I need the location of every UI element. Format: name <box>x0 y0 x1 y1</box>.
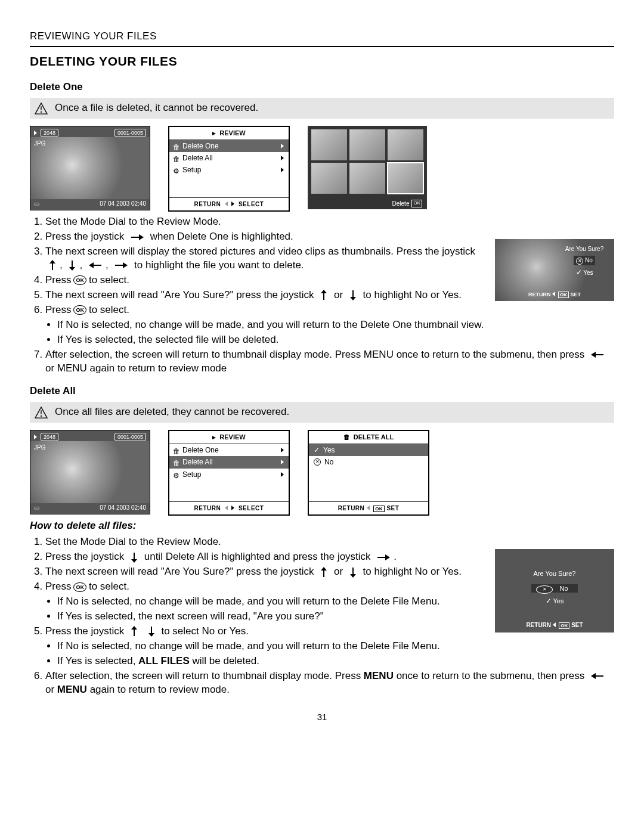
svg-marker-7 <box>69 267 75 271</box>
menu-item-delete-all[interactable]: 🗑Delete All <box>169 152 289 164</box>
arrow-left-icon <box>89 262 102 269</box>
ok-button-icon: OK <box>73 275 86 285</box>
menu-item-setup[interactable]: ⚙Setup <box>169 469 289 480</box>
setup-icon: ⚙ <box>173 471 180 478</box>
svg-marker-3 <box>139 234 144 240</box>
arrow-up-icon <box>131 626 138 637</box>
step: Set the Mode Dial to the Review Mode. <box>45 535 614 549</box>
check-icon: ✓ <box>546 597 552 605</box>
warning-text: Once a file is deleted, it cannot be rec… <box>55 101 258 115</box>
ok-button-icon: OK <box>73 305 86 315</box>
arrow-right-icon <box>377 554 390 561</box>
menu-item-delete-all[interactable]: 🗑Delete All <box>169 456 289 468</box>
svg-marker-15 <box>350 297 356 300</box>
svg-marker-29 <box>131 626 137 630</box>
svg-point-1 <box>41 111 42 113</box>
svg-marker-25 <box>321 567 327 571</box>
svg-marker-5 <box>49 260 55 263</box>
camera-lcd-preview: 2048 0001-0005 JPG ▭07 04 2003 02:40 <box>30 430 150 514</box>
setup-icon: ⚙ <box>173 166 180 173</box>
are-you-sure-screen: Are You Sure? ✕ No ✓ Yes RETURN OK SET <box>495 549 614 633</box>
thumbnail[interactable] <box>349 129 385 160</box>
menu-item-delete-one[interactable]: 🗑Delete One <box>169 444 289 456</box>
thumbnail[interactable] <box>349 163 385 194</box>
menu-item-delete-one[interactable]: 🗑Delete One <box>169 140 289 152</box>
svg-marker-27 <box>350 574 356 578</box>
step: After selection, the screen will return … <box>45 348 614 376</box>
play-icon: ▸ <box>212 129 216 138</box>
x-icon: ✕ <box>536 585 553 594</box>
trash-icon: 🗑 <box>343 433 350 442</box>
arrow-up-icon <box>320 567 327 578</box>
svg-marker-13 <box>321 290 327 293</box>
delete-all-menu: 🗑DELETE ALL ✓Yes ✕No RETURN OK SET <box>308 430 429 516</box>
arrow-left-icon <box>591 351 604 358</box>
arrow-down-icon <box>69 260 76 271</box>
svg-marker-11 <box>123 262 128 268</box>
arrow-down-icon <box>131 552 138 563</box>
camera-lcd-preview: 2048 0001-0005 JPG ▭07 04 2003 02:40 <box>30 126 150 210</box>
thumbnail-grid: DeleteOK <box>308 126 427 209</box>
x-icon: ✕ <box>314 458 321 466</box>
arrow-down-icon <box>349 290 357 300</box>
svg-marker-31 <box>148 633 154 637</box>
confirm-screen: Are You Sure? ✕ No ✓ Yes RETURN OK SET <box>495 239 614 301</box>
play-icon <box>34 435 37 439</box>
svg-point-19 <box>41 416 42 417</box>
arrow-left-icon <box>591 672 604 680</box>
thumbnail[interactable] <box>311 129 347 160</box>
warning-text: Once all files are deleted, they cannot … <box>55 405 289 419</box>
trash-icon: 🗑 <box>173 458 180 466</box>
x-icon: ✕ <box>576 258 583 265</box>
step: PressOKto select. If No is selected, no … <box>45 303 614 347</box>
svg-marker-9 <box>89 262 94 268</box>
arrow-up-icon <box>49 260 56 271</box>
svg-marker-23 <box>385 554 390 560</box>
svg-marker-17 <box>591 352 596 358</box>
thumbnail-selected[interactable] <box>388 163 423 194</box>
delete-all-heading: Delete All <box>30 385 614 398</box>
option-yes[interactable]: ✓Yes <box>309 444 428 456</box>
review-menu: ▸REVIEW 🗑Delete One 🗑Delete All ⚙Setup R… <box>168 430 290 516</box>
arrow-right-icon <box>131 234 144 241</box>
ok-button-icon: OK <box>73 582 86 592</box>
play-icon <box>34 131 37 135</box>
warning-box: Once all files are deleted, they cannot … <box>30 402 614 423</box>
check-icon: ✓ <box>314 445 320 455</box>
check-icon: ✓ <box>576 268 582 277</box>
arrow-right-icon <box>114 262 128 269</box>
delete-one-heading: Delete One <box>30 80 614 94</box>
page-title: DELETING YOUR FILES <box>30 53 614 70</box>
warning-icon <box>35 103 48 114</box>
step: After selection, the screen will return … <box>45 669 614 697</box>
trash-icon: 🗑 <box>173 447 180 454</box>
arrow-up-icon <box>320 290 327 300</box>
how-to-subtitle: How to delete all files: <box>30 519 614 533</box>
review-menu: ▸REVIEW 🗑Delete One 🗑Delete All ⚙Setup R… <box>168 126 290 212</box>
trash-icon: 🗑 <box>173 142 180 150</box>
arrow-down-icon <box>148 626 155 637</box>
trash-icon: 🗑 <box>173 154 180 162</box>
menu-item-setup[interactable]: ⚙Setup <box>169 164 289 176</box>
option-no[interactable]: ✕No <box>309 456 428 468</box>
thumbnail[interactable] <box>388 129 423 160</box>
play-icon: ▸ <box>212 433 216 442</box>
svg-marker-33 <box>591 673 596 679</box>
step: Set the Mode Dial to the Review Mode. <box>45 215 614 229</box>
arrow-down-icon <box>349 567 357 578</box>
warning-icon <box>35 407 48 418</box>
ok-icon: OK <box>411 200 422 207</box>
svg-marker-21 <box>131 559 137 563</box>
page-header: REVIEWING YOUR FILES <box>30 30 614 47</box>
thumbnail[interactable] <box>311 163 347 194</box>
page-number: 31 <box>30 711 614 723</box>
warning-box: Once a file is deleted, it cannot be rec… <box>30 98 614 119</box>
